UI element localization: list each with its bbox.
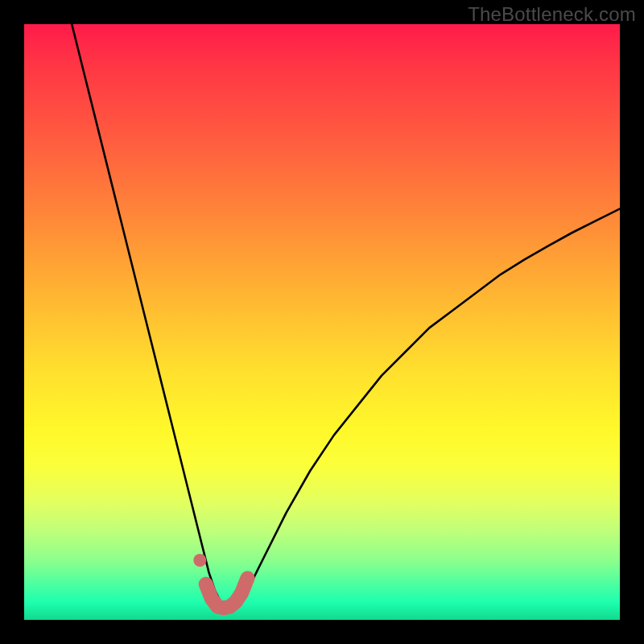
watermark-text: TheBottleneck.com	[468, 3, 636, 26]
bottleneck-curve	[72, 24, 620, 608]
highlight-trough-marker	[206, 578, 248, 608]
highlight-dot	[193, 554, 206, 567]
plot-area	[24, 24, 620, 620]
chart-svg	[24, 24, 620, 620]
